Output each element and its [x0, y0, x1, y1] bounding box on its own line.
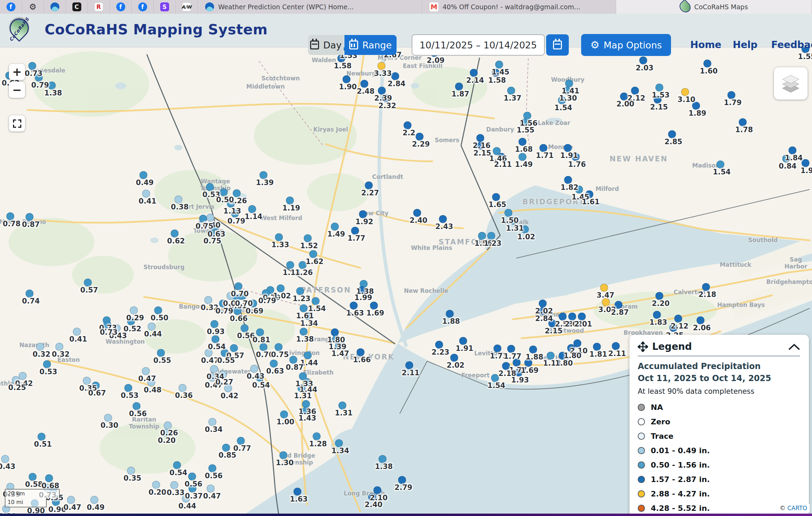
station-marker[interactable]	[312, 297, 320, 305]
station-marker[interactable]	[280, 411, 288, 418]
station-marker[interactable]	[491, 374, 499, 382]
station-marker[interactable]	[564, 144, 572, 152]
station-marker[interactable]	[470, 69, 478, 77]
carto-link[interactable]: CARTO	[787, 505, 807, 512]
day-toggle-button[interactable]: Day	[308, 35, 344, 55]
station-marker[interactable]	[379, 455, 387, 463]
station-marker[interactable]	[26, 213, 34, 221]
station-marker[interactable]	[507, 345, 515, 353]
station-marker[interactable]	[83, 377, 91, 385]
station-marker[interactable]	[313, 433, 321, 440]
station-marker[interactable]	[235, 283, 243, 290]
station-marker[interactable]	[164, 422, 172, 429]
station-marker[interactable]	[256, 329, 264, 336]
station-marker[interactable]	[140, 171, 148, 179]
station-marker[interactable]	[519, 153, 527, 161]
station-marker[interactable]	[564, 176, 572, 184]
pinned-tab-aw[interactable]: A/W	[176, 0, 198, 14]
station-marker[interactable]	[495, 61, 503, 69]
station-marker[interactable]	[502, 362, 510, 370]
station-marker[interactable]	[350, 302, 358, 310]
station-marker[interactable]	[639, 57, 647, 65]
station-marker[interactable]	[351, 227, 359, 235]
station-marker[interactable]	[212, 335, 220, 343]
station-marker[interactable]	[540, 144, 548, 152]
station-marker[interactable]	[300, 328, 308, 336]
station-marker[interactable]	[104, 414, 112, 422]
tab-cocorahs-maps[interactable]: CoCoRaHS Maps	[616, 0, 812, 14]
calendar-picker-button[interactable]	[546, 34, 569, 56]
station-marker[interactable]	[209, 465, 216, 472]
station-marker[interactable]	[29, 473, 37, 481]
station-marker[interactable]	[286, 261, 294, 269]
station-marker[interactable]	[357, 348, 365, 356]
station-marker[interactable]	[296, 287, 304, 295]
station-marker[interactable]	[505, 209, 513, 217]
station-marker[interactable]	[717, 161, 725, 169]
station-marker[interactable]	[478, 232, 486, 240]
nav-feedback-link[interactable]: Feedback	[771, 39, 812, 50]
station-marker[interactable]	[130, 307, 138, 314]
station-marker[interactable]	[204, 296, 212, 304]
station-marker[interactable]	[702, 283, 710, 291]
station-marker[interactable]	[84, 279, 92, 287]
station-marker[interactable]	[230, 344, 238, 352]
station-marker[interactable]	[404, 122, 412, 129]
station-marker[interactable]	[413, 209, 421, 217]
station-marker[interactable]	[507, 87, 515, 95]
station-marker[interactable]	[299, 261, 307, 269]
pinned-tab-c[interactable]: C	[66, 0, 88, 14]
station-marker[interactable]	[173, 461, 181, 469]
station-marker[interactable]	[559, 313, 567, 321]
station-marker[interactable]	[568, 313, 576, 321]
zoom-out-button[interactable]: −	[9, 82, 25, 98]
station-marker[interactable]	[237, 437, 245, 445]
pinned-tab-noaa[interactable]	[44, 0, 66, 14]
station-marker[interactable]	[270, 360, 278, 368]
station-marker[interactable]	[476, 134, 484, 142]
station-marker[interactable]	[286, 197, 294, 205]
station-marker[interactable]	[157, 349, 165, 357]
station-marker[interactable]	[378, 62, 386, 70]
station-marker[interactable]	[19, 372, 27, 380]
move-icon[interactable]	[638, 342, 648, 352]
station-marker[interactable]	[260, 343, 268, 351]
station-marker[interactable]	[277, 285, 285, 293]
station-marker[interactable]	[600, 284, 608, 292]
station-marker[interactable]	[171, 230, 179, 238]
station-marker[interactable]	[280, 451, 287, 459]
station-marker[interactable]	[222, 444, 230, 452]
station-marker[interactable]	[492, 193, 500, 201]
station-marker[interactable]	[361, 80, 368, 88]
station-marker[interactable]	[125, 384, 132, 392]
station-marker[interactable]	[439, 215, 447, 223]
map-options-button[interactable]: ⚙ Map Options	[581, 34, 671, 56]
pinned-tab-s[interactable]: S	[154, 0, 176, 14]
station-marker[interactable]	[612, 342, 620, 350]
station-marker[interactable]	[398, 476, 406, 484]
station-marker[interactable]	[378, 87, 386, 95]
date-range-input[interactable]: 10/11/2025 – 10/14/2025	[412, 34, 545, 56]
station-marker[interactable]	[207, 214, 214, 222]
station-marker[interactable]	[43, 360, 51, 368]
station-marker[interactable]	[211, 320, 219, 328]
station-marker[interactable]	[73, 328, 81, 336]
chevron-up-icon[interactable]	[788, 343, 800, 350]
range-toggle-button[interactable]: Range	[344, 35, 397, 55]
station-marker[interactable]	[152, 481, 160, 489]
station-marker[interactable]	[331, 223, 339, 231]
layers-button[interactable]	[774, 67, 808, 100]
station-marker[interactable]	[656, 292, 663, 300]
station-marker[interactable]	[170, 481, 178, 489]
station-marker[interactable]	[38, 433, 46, 441]
station-marker[interactable]	[335, 439, 343, 447]
tab-wpc[interactable]: Weather Prediction Center (WPC) Home...	[198, 0, 422, 14]
nav-home-link[interactable]: Home	[690, 39, 721, 50]
tab-gmail[interactable]: M 40% Off Coupon! - waltdrag@gmail.com..…	[422, 0, 616, 14]
station-marker[interactable]	[674, 315, 682, 323]
station-marker[interactable]	[154, 307, 162, 314]
station-marker[interactable]	[67, 496, 75, 504]
station-marker[interactable]	[704, 60, 711, 68]
station-marker[interactable]	[241, 324, 249, 332]
station-marker[interactable]	[578, 313, 586, 321]
